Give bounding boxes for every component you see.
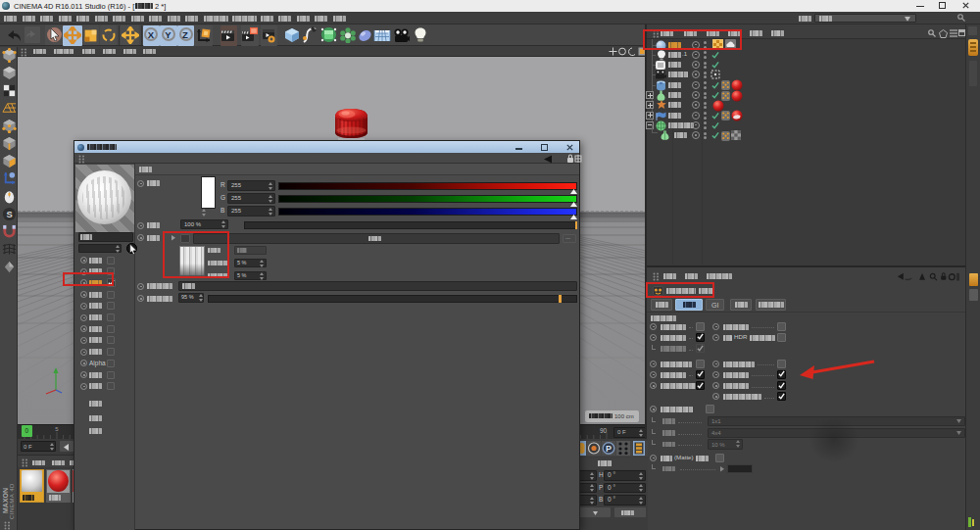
svg-text:5: 5: [55, 426, 59, 432]
svg-text:P: P: [606, 444, 612, 454]
svg-text:S: S: [6, 210, 12, 219]
